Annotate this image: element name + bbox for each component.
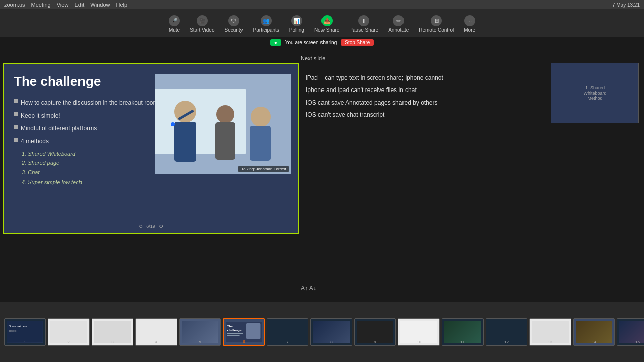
bullet-text-4: 4 methods: [21, 136, 49, 147]
svg-point-9: [171, 122, 175, 126]
svg-text:The: The: [227, 324, 233, 328]
annotate-icon: ✏: [393, 15, 404, 26]
menu-item-edit[interactable]: Edit: [74, 2, 84, 8]
slide-num-14: 14: [592, 340, 596, 344]
slide-num-3: 3: [111, 340, 113, 344]
slide-num-4: 4: [155, 340, 157, 344]
filmstrip-slide-5[interactable]: 5: [179, 318, 221, 346]
filmstrip-slide-2[interactable]: 2: [48, 318, 90, 346]
annotate-label: Annotate: [388, 27, 409, 33]
toolbar-pause-share[interactable]: ⏸ Pause Share: [349, 15, 378, 33]
remote-icon: 🖥: [431, 15, 442, 26]
svg-point-6: [251, 107, 271, 127]
note-line-3: IOS cant save Annotated pages shared by …: [306, 98, 638, 108]
toolbar-more[interactable]: ··· More: [464, 15, 475, 33]
polling-icon: 📊: [291, 15, 302, 26]
note-line-2: Iphone and ipad can't receive files in c…: [306, 85, 638, 95]
slide-num-2: 2: [67, 340, 69, 344]
slide-num-13: 13: [548, 340, 552, 344]
note-line-4: IOS can't save chat transcript: [306, 110, 638, 120]
toolbar: 🎤 Mute 🎥 Start Video 🛡 Security 👥 Partic…: [0, 9, 644, 37]
filmstrip-slide-10[interactable]: 10: [398, 318, 440, 346]
filmstrip-slide-3[interactable]: 3: [92, 318, 133, 346]
filmstrip-slide-8[interactable]: 8: [310, 318, 352, 346]
sub-item-4: Super simple low tech: [22, 177, 288, 187]
menu-item-help[interactable]: Help: [116, 2, 127, 8]
menu-item-window[interactable]: Window: [90, 2, 110, 8]
remote-label: Remote Control: [419, 27, 454, 33]
filmstrip-slide-11[interactable]: 11: [442, 318, 484, 346]
note-line-1: iPad – can type text in screen share; ip…: [306, 73, 638, 83]
svg-text:Some text here: Some text here: [9, 325, 27, 328]
filmstrip: Some text herecontent 1 2 3 4 5 Thechall…: [0, 302, 644, 362]
bullet-square-4: [14, 138, 18, 142]
filmstrip-slide-9[interactable]: 9: [354, 318, 396, 346]
toolbar-remote[interactable]: 🖥 Remote Control: [419, 15, 454, 33]
sharing-indicator: ●: [270, 39, 281, 46]
slide-num-15: 15: [635, 340, 640, 344]
svg-text:challenge: challenge: [227, 328, 242, 332]
slide-num: 6/19: [146, 224, 155, 229]
font-size-icon: A↑ A↓: [301, 285, 316, 292]
svg-rect-3: [174, 122, 196, 162]
more-label: More: [464, 27, 475, 33]
toolbar-polling[interactable]: 📊 Polling: [289, 15, 304, 33]
svg-rect-18: [246, 323, 260, 339]
slide-container: Talking: Jonathan Forrest The challenge …: [3, 63, 299, 234]
notes-area: iPad – can type text in screen share; ip…: [301, 73, 643, 122]
dot-right: [159, 225, 163, 228]
slide-image: Talking: Jonathan Forrest: [155, 74, 291, 174]
menu-item-view[interactable]: View: [57, 2, 69, 8]
toolbar-video[interactable]: 🎥 Start Video: [190, 15, 214, 33]
security-label: Security: [224, 27, 243, 33]
filmstrip-slide-13[interactable]: 13: [529, 318, 571, 346]
top-bar: zoom.us Meeting View Edit Window Help 7 …: [0, 0, 644, 45]
slide-footer: 6/19: [139, 224, 163, 229]
mute-icon: 🎤: [169, 15, 180, 26]
new-share-icon: 📤: [321, 15, 333, 26]
stop-share-button[interactable]: Stop Share: [341, 39, 374, 46]
participants-label: Participants: [253, 27, 279, 33]
menu-item-meeting[interactable]: Meeting: [31, 2, 51, 8]
menu-item-zoom[interactable]: zoom.us: [4, 2, 25, 8]
slide-num-6: 6: [243, 339, 245, 344]
toolbar-security[interactable]: 🛡 Security: [224, 15, 243, 33]
video-label: Start Video: [190, 27, 214, 33]
menu-bar: zoom.us Meeting View Edit Window Help 7 …: [0, 0, 644, 9]
filmstrip-slide-4[interactable]: 4: [135, 318, 177, 346]
slide-num-12: 12: [504, 340, 509, 344]
slide-num-11: 11: [460, 340, 465, 344]
toolbar-participants[interactable]: 👥 Participants: [253, 15, 279, 33]
system-bar: 7 May 13:21: [612, 0, 640, 9]
svg-rect-5: [215, 122, 235, 160]
filmstrip-slide-14[interactable]: 14: [573, 318, 615, 346]
share-text: You are screen sharing: [285, 40, 337, 45]
slide-num-1: 1: [24, 340, 26, 344]
filmstrip-slide-1[interactable]: Some text herecontent 1: [4, 318, 46, 346]
more-icon: ···: [464, 15, 475, 26]
svg-point-4: [216, 105, 234, 123]
bullet-text-3: Mindful of different platforms: [21, 123, 97, 134]
mute-label: Mute: [169, 27, 180, 33]
pause-share-label: Pause Share: [349, 27, 378, 33]
bottom-icons: A↑ A↓: [301, 285, 316, 292]
bullet-square-2: [14, 112, 18, 116]
filmstrip-slide-7[interactable]: 7: [267, 318, 308, 346]
toolbar-new-share[interactable]: 📤 New Share: [314, 15, 339, 33]
slide-num-5: 5: [199, 340, 201, 344]
new-share-label: New Share: [314, 27, 339, 33]
slide-photo: Talking: Jonathan Forrest: [155, 74, 291, 174]
filmstrip-slide-6[interactable]: Thechallenge 6: [223, 318, 265, 346]
system-time: 7 May 13:21: [612, 2, 640, 8]
filmstrip-slide-12[interactable]: 12: [486, 318, 527, 346]
slide-num-8: 8: [330, 340, 332, 344]
svg-rect-17: [227, 335, 240, 336]
filmstrip-slide-15[interactable]: 15: [617, 318, 644, 346]
toolbar-mute[interactable]: 🎤 Mute: [169, 15, 180, 33]
main-area: Next slide: [0, 45, 644, 327]
toolbar-annotate[interactable]: ✏ Annotate: [388, 15, 409, 33]
share-banner: ● You are screen sharing Stop Share: [0, 37, 644, 48]
bullet-square-1: [14, 99, 18, 103]
slide-num-9: 9: [374, 340, 376, 344]
bullet-square-3: [14, 125, 18, 129]
